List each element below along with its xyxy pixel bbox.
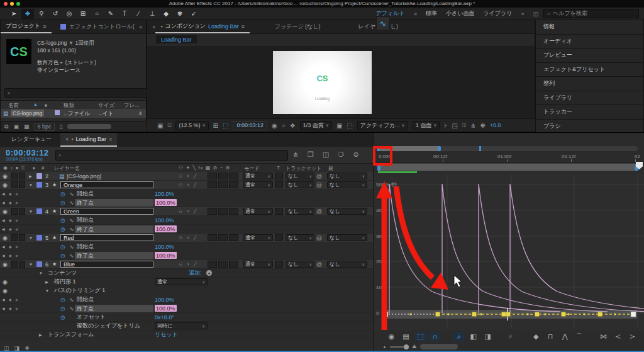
grid-guides-icon[interactable]: ⊞ bbox=[213, 122, 218, 129]
parent-select[interactable]: なし∨ bbox=[327, 234, 367, 241]
layer-switches[interactable]: ⚇ ✧ ╱ bbox=[179, 172, 206, 180]
solo-toggle[interactable] bbox=[19, 261, 25, 268]
current-time-display[interactable]: 0:00:03:12 bbox=[6, 148, 49, 157]
track-matte-select[interactable]: なし∨ bbox=[286, 173, 314, 179]
new-composition-icon[interactable]: ▦ bbox=[24, 123, 30, 130]
add-keyframe-button[interactable]: ◆ bbox=[9, 295, 14, 304]
property-name[interactable]: 開始点 bbox=[77, 216, 153, 224]
property-value[interactable]: 100.0% bbox=[155, 190, 192, 198]
sidebar-panel-情報[interactable]: 情報 bbox=[536, 20, 643, 35]
switch-box[interactable] bbox=[218, 173, 228, 179]
layer-switches[interactable]: ⚇ ✧ ╱ bbox=[179, 234, 206, 242]
switch-box[interactable] bbox=[208, 181, 217, 188]
exposure-control[interactable]: +0.0 bbox=[490, 122, 501, 128]
timeline-search-input[interactable]: ⌕ bbox=[55, 150, 288, 161]
add-keyframe-button[interactable]: ◆ bbox=[9, 190, 14, 198]
layer-row[interactable]: ◉▼5★Red⚇ ✧ ╱通常∨なし∨@なし∨ bbox=[0, 234, 373, 242]
take-snapshot-icon[interactable]: ◉ bbox=[272, 122, 277, 129]
property-value-highlighted[interactable]: 100.0% bbox=[155, 225, 177, 232]
property-value[interactable]: 100.0% bbox=[155, 198, 192, 207]
property-row[interactable]: ◀◆▶◷∿開始点100.0% bbox=[0, 216, 373, 225]
eye-toggle[interactable]: ◉ bbox=[3, 234, 9, 242]
stamp-tool[interactable]: ⊥ bbox=[146, 9, 158, 19]
brush-tool[interactable]: ∕ bbox=[132, 9, 145, 19]
rotate-tool[interactable]: ↺ bbox=[49, 9, 62, 19]
flowchart-button-icon[interactable]: ⋔ bbox=[470, 122, 475, 129]
roto-brush-tool[interactable]: ✾ bbox=[174, 9, 186, 19]
show-snapshot-icon[interactable]: ⌸ bbox=[167, 122, 171, 129]
sidebar-panel-オーディオ[interactable]: オーディオ bbox=[536, 35, 643, 49]
keyframe-endpoint[interactable] bbox=[383, 312, 388, 317]
keyframe-square[interactable] bbox=[502, 312, 506, 317]
trash-icon[interactable]: ▯ bbox=[60, 123, 63, 130]
property-row[interactable]: ◀◆▶◷∿終了点100.0% bbox=[0, 198, 373, 207]
sidebar-panel-ブラシ[interactable]: ブラシ bbox=[536, 120, 643, 134]
project-scrollbar[interactable] bbox=[67, 124, 111, 129]
switch-box[interactable] bbox=[229, 234, 238, 241]
graph-editor-button[interactable]: ∿ bbox=[376, 16, 390, 30]
sidebar-panel-プレビュー[interactable]: プレビュー bbox=[536, 48, 643, 63]
property-value[interactable]: 100.0% bbox=[155, 295, 192, 304]
view-layout-select[interactable]: 1 画面∨ bbox=[413, 121, 440, 130]
group-expander[interactable]: ▶ bbox=[39, 331, 44, 339]
track-matte-select[interactable]: なし∨ bbox=[286, 261, 314, 268]
work-area-start-handle[interactable] bbox=[377, 164, 380, 171]
switch-box[interactable] bbox=[208, 261, 217, 268]
work-area-bar[interactable] bbox=[377, 163, 639, 171]
parent-select[interactable]: なし∨ bbox=[327, 181, 367, 188]
switch-box[interactable] bbox=[208, 208, 217, 215]
next-keyframe-button[interactable]: ▶ bbox=[16, 251, 21, 259]
property-value[interactable]: 100.0% bbox=[155, 304, 192, 312]
prev-keyframe-button[interactable]: ◀ bbox=[2, 251, 7, 259]
auto-zoom-icon[interactable]: ⌕ bbox=[453, 332, 464, 341]
footage-row-name[interactable]: CS-logo.png bbox=[11, 110, 44, 116]
next-keyframe-button[interactable]: ▶ bbox=[16, 198, 21, 207]
expand-expander[interactable]: ▶ bbox=[29, 172, 34, 180]
prev-keyframe-button[interactable]: ◀ bbox=[2, 304, 7, 312]
solo-toggle[interactable] bbox=[19, 208, 25, 215]
property-row[interactable]: ▶トランスフォームリセット bbox=[0, 331, 373, 339]
collapse-expander[interactable]: ▼ bbox=[29, 207, 34, 215]
reset-link[interactable]: リセット bbox=[155, 331, 186, 339]
group-expander[interactable]: ▼ bbox=[39, 269, 44, 277]
tab-footage[interactable]: フッテージ (なし) bbox=[275, 23, 321, 31]
keyframe-square[interactable] bbox=[535, 312, 540, 317]
layer-name[interactable]: [CS-logo.png] bbox=[67, 172, 160, 180]
motion-blur-icon[interactable]: ⊜ bbox=[351, 149, 361, 159]
hand-tool[interactable]: ✥ bbox=[21, 9, 34, 19]
workspace-bar-icon[interactable]: ◫ bbox=[533, 11, 538, 17]
track-matte-select[interactable]: なし∨ bbox=[286, 208, 314, 215]
zoom-region[interactable] bbox=[378, 146, 441, 151]
transparency-grid-icon[interactable]: ⬚ bbox=[347, 122, 352, 129]
group-expander[interactable]: ▶ bbox=[45, 278, 50, 286]
zoom-handle-right[interactable] bbox=[438, 146, 441, 151]
property-name[interactable]: 終了点 bbox=[75, 305, 153, 312]
blend-mode-select[interactable]: 通常∨ bbox=[243, 208, 273, 215]
draft-3d-icon[interactable]: ❐ bbox=[306, 149, 316, 159]
panel-menu-icon[interactable]: ≡ bbox=[109, 136, 112, 142]
graph-include-icon[interactable]: ∿ bbox=[69, 216, 75, 224]
switch-box[interactable] bbox=[218, 181, 228, 188]
group-name[interactable]: トランスフォーム bbox=[48, 331, 155, 339]
property-value-highlighted[interactable]: 100.0% bbox=[155, 305, 177, 312]
chevron-down-icon[interactable]: ▼ bbox=[69, 40, 74, 46]
collapse-expander[interactable]: ▼ bbox=[29, 234, 34, 242]
switch-box[interactable] bbox=[218, 208, 228, 215]
expand-in-out-icon[interactable]: ❖ bbox=[25, 345, 30, 351]
zoom-slider[interactable] bbox=[390, 346, 409, 348]
property-name[interactable]: 終了点 bbox=[75, 199, 153, 207]
layer-label-swatch[interactable] bbox=[36, 261, 42, 267]
blend-mode-select[interactable]: 通常∨ bbox=[243, 234, 273, 241]
snapshot-icon[interactable]: ▣ bbox=[157, 122, 163, 129]
blend-mode-select[interactable]: 通常∨ bbox=[243, 261, 273, 268]
stopwatch-icon[interactable]: ◷ bbox=[60, 190, 67, 198]
tab-timeline-comp[interactable]: × ▪ Loading Bar ≡ bbox=[60, 133, 117, 147]
bit-depth-button[interactable]: 8 bpc bbox=[34, 123, 54, 131]
eye-toggle[interactable]: ◉ bbox=[3, 207, 9, 215]
property-name[interactable]: 開始点 bbox=[77, 190, 153, 198]
new-folder-icon[interactable]: ▣ bbox=[13, 123, 19, 130]
add-keyframe-button[interactable]: ◆ bbox=[9, 198, 14, 207]
prev-keyframe-button[interactable]: ◀ bbox=[2, 295, 7, 304]
layer-row[interactable]: ◉▼4★Green⚇ ✧ ╱通常∨なし∨@なし∨ bbox=[0, 207, 373, 216]
layer-label-swatch[interactable] bbox=[36, 173, 42, 179]
